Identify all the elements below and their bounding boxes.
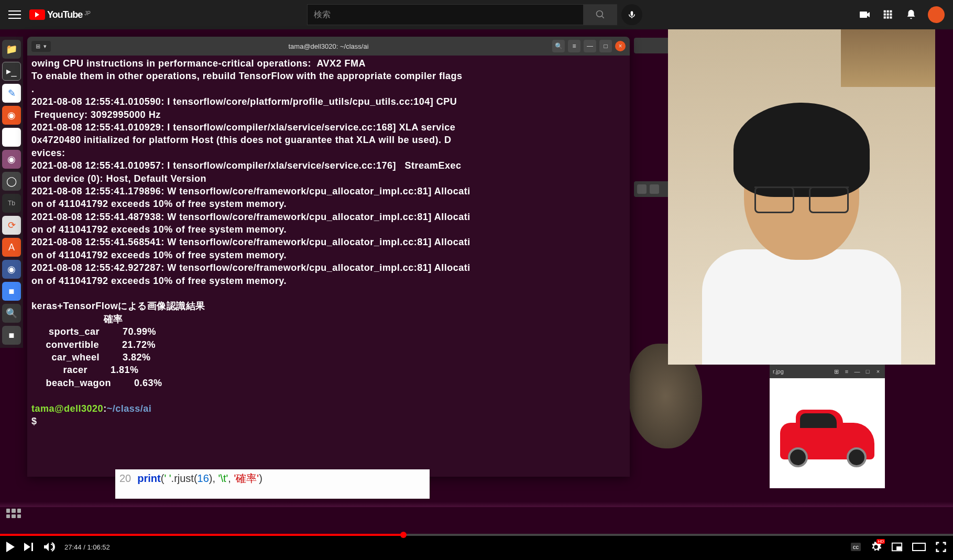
terminal-body[interactable]: owing CPU instructions in performance-cr… <box>27 56 630 430</box>
fullscreen-button[interactable] <box>935 541 947 553</box>
search-button[interactable] <box>584 4 617 25</box>
theater-button[interactable] <box>912 541 926 553</box>
header-right <box>859 6 945 23</box>
prompt-user: tama@dell3020 <box>31 403 103 414</box>
terminal-line: Frequency: 3092995000 Hz <box>31 109 161 120</box>
svg-rect-7 <box>884 14 886 16</box>
camera-plus-icon <box>859 8 871 21</box>
voice-search-button[interactable] <box>621 4 642 25</box>
progress-bar[interactable] <box>0 534 953 536</box>
svg-rect-6 <box>890 10 892 13</box>
dock-app4-icon[interactable]: ■ <box>2 282 21 301</box>
apps-button[interactable] <box>882 8 894 21</box>
user-avatar[interactable] <box>928 6 945 23</box>
window-controls: 🔍 ≡ — □ × <box>552 40 626 52</box>
search-container: 検索 <box>307 4 642 25</box>
youtube-logo[interactable]: YouTube JP <box>29 9 91 20</box>
dock-files-icon[interactable]: 📁 <box>2 40 21 59</box>
bell-icon <box>905 9 917 20</box>
close-button[interactable]: × <box>615 41 626 51</box>
svg-rect-14 <box>897 547 901 550</box>
dock-font-icon[interactable]: Tb <box>2 194 21 213</box>
terminal-line: beach_wagon 0.63% <box>31 378 162 388</box>
image-window-controls: ⊞ ≡ — □ × <box>832 368 882 375</box>
dock-app2-icon[interactable]: ◯ <box>2 172 21 191</box>
img-close-icon[interactable]: × <box>874 368 882 375</box>
image-viewer-titlebar[interactable]: r.jpg ⊞ ≡ — □ × <box>770 365 885 378</box>
dock-magnifier-icon[interactable]: 🔍 <box>2 304 21 323</box>
terminal-line: 2021-08-08 12:55:41.487938: W tensorflow… <box>31 212 470 222</box>
menu-icon[interactable] <box>8 8 21 21</box>
create-button[interactable] <box>859 8 871 21</box>
code-editor-peek: 20 print(' '.rjust(16), '\t', '確率') <box>115 469 430 499</box>
minimize-button[interactable]: — <box>584 40 596 52</box>
svg-rect-15 <box>913 543 925 551</box>
dock-chrome-icon[interactable]: ◉ <box>2 128 21 147</box>
svg-rect-12 <box>890 16 892 18</box>
svg-rect-10 <box>884 16 886 18</box>
current-time: 27:44 <box>64 543 82 551</box>
dock-app5-icon[interactable]: ■ <box>2 326 21 345</box>
terminal-line: 2021-08-08 12:55:41.010590: I tensorflow… <box>31 96 457 107</box>
img-btn2-icon[interactable]: ≡ <box>843 368 850 375</box>
volume-button[interactable] <box>42 541 55 553</box>
dock-gedit-icon[interactable]: ✎ <box>2 84 21 103</box>
terminal-line: owing CPU instructions in performance-cr… <box>31 58 366 69</box>
terminal-title: tama@dell3020: ~/class/ai <box>288 42 368 50</box>
dropdown-icon: ▾ <box>43 43 47 50</box>
presenter-webcam-small <box>841 29 935 87</box>
code-paren: ) <box>259 473 262 484</box>
dock-store-icon[interactable]: A <box>2 238 21 257</box>
code-text: ), <box>209 473 218 484</box>
svg-rect-8 <box>887 14 889 16</box>
hamburger-terminal-button[interactable]: ≡ <box>568 40 580 52</box>
svg-rect-4 <box>884 10 886 13</box>
dock-app1-icon[interactable]: ◉ <box>2 150 21 169</box>
dock-terminal-icon[interactable]: ▸_ <box>2 62 21 81</box>
settings-button[interactable]: HD <box>870 541 882 553</box>
red-sports-car <box>780 423 874 459</box>
svg-rect-11 <box>887 16 889 18</box>
terminal-line: . <box>31 84 35 94</box>
ubuntu-dock: 📁 ▸_ ✎ ◉ ◉ ◉ ◯ Tb ⟳ A ◉ ■ 🔍 ■ <box>0 37 23 348</box>
terminal-line: on of 411041792 exceeds 10% of free syst… <box>31 276 287 286</box>
terminal-line: 確率 <box>31 314 123 324</box>
play-button[interactable] <box>6 542 15 552</box>
terminal-tab[interactable]: ⊞▾ <box>31 41 51 52</box>
search-icon <box>595 9 606 20</box>
search-input[interactable]: 検索 <box>307 4 584 25</box>
code-string: '確率' <box>234 473 259 484</box>
prompt-path: ~/class/ai <box>107 403 152 414</box>
youtube-play-icon <box>29 9 45 20</box>
img-minimize-icon[interactable]: — <box>853 368 861 375</box>
terminal-line: 2021-08-08 12:55:41.179896: W tensorflow… <box>31 186 470 196</box>
search-terminal-button[interactable]: 🔍 <box>552 40 565 52</box>
progress-handle[interactable] <box>400 532 407 538</box>
miniplayer-button[interactable] <box>891 541 903 553</box>
terminal-line: utor device (0): Host, Default Version <box>31 173 206 184</box>
svg-rect-3 <box>860 12 867 18</box>
prompt-symbol: $ <box>31 416 40 426</box>
img-btn1-icon[interactable]: ⊞ <box>832 368 840 375</box>
captions-button[interactable]: cc <box>851 543 861 551</box>
img-maximize-icon[interactable]: □ <box>864 368 871 375</box>
code-keyword: print <box>137 473 160 484</box>
code-text: , <box>228 473 234 484</box>
dock-ubuntu-icon[interactable]: ◉ <box>2 106 21 125</box>
region-label: JP <box>84 10 91 16</box>
terminal-line: To enable them in other operations, rebu… <box>31 71 462 81</box>
dock-update-icon[interactable]: ⟳ <box>2 216 21 235</box>
time-separator: / <box>82 543 87 551</box>
volume-icon <box>42 541 55 553</box>
mic-icon <box>627 10 637 19</box>
controls-right: cc HD <box>851 541 947 553</box>
next-button[interactable] <box>24 543 33 551</box>
terminal-titlebar[interactable]: ⊞▾ tama@dell3020: ~/class/ai 🔍 ≡ — □ × <box>27 37 630 56</box>
youtube-wordmark: YouTube <box>47 9 82 20</box>
code-number: 16 <box>198 473 209 484</box>
svg-rect-5 <box>887 10 889 13</box>
time-display: 27:44 / 1:06:52 <box>64 543 110 551</box>
maximize-button[interactable]: □ <box>599 40 612 52</box>
dock-app3-icon[interactable]: ◉ <box>2 260 21 279</box>
notifications-button[interactable] <box>905 8 917 21</box>
